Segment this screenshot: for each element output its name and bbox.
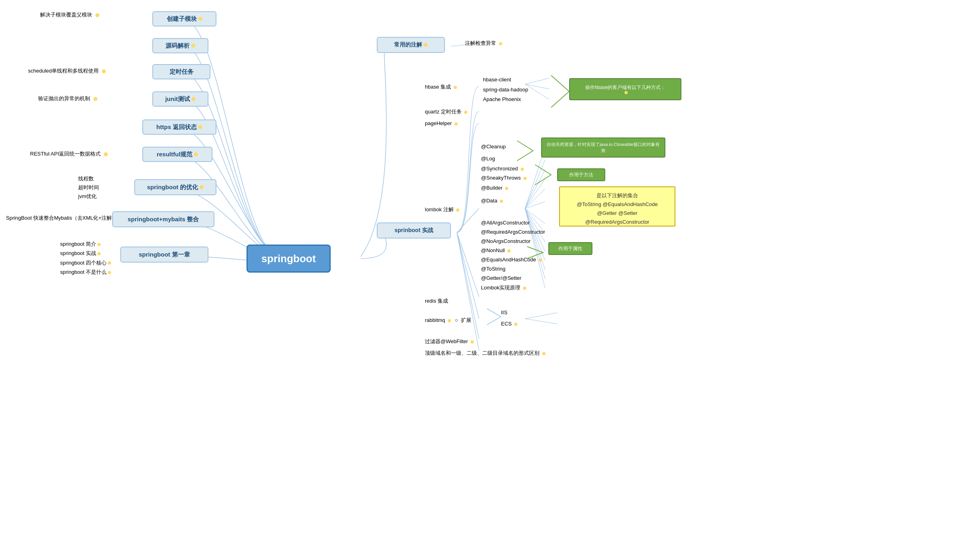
common-anno-node[interactable]: 常用的注解 — [377, 37, 445, 53]
rabbitmq-ecs: ECS — [501, 321, 517, 327]
pin-icon — [104, 152, 108, 156]
cleanup-note: 自动关闭资源，针对实现了java.io.Closeable接口的对象有效 — [541, 138, 665, 158]
junit-note: 验证抛出的异常的机制 — [38, 95, 97, 102]
pin-icon — [102, 69, 106, 73]
lombok-principle-item: Lombok实现原理 — [481, 284, 526, 291]
cleanup-bracket — [515, 139, 535, 163]
create-sub-note: 解决子模块覆盖父模块 — [40, 11, 99, 18]
chapter1-node[interactable]: springboot 第一章 — [120, 247, 208, 263]
rabbitmq-bracket — [485, 307, 503, 327]
pin-icon — [507, 249, 511, 253]
pin-icon — [108, 271, 111, 274]
data-note: 是以下注解的集合@ToString @EqualsAndHashCode@Get… — [559, 186, 675, 226]
requiredargsconstr-item: @RequiredArgsConstructor — [481, 229, 545, 235]
pin-icon — [514, 323, 517, 326]
pin-icon — [521, 168, 524, 171]
method-note: 作用于方法 — [557, 168, 605, 181]
scheduled-note: scheduled单线程和多线程使用 — [28, 67, 106, 75]
hbase-bracket — [549, 73, 571, 109]
pin-icon — [97, 252, 101, 255]
pin-icon — [454, 86, 457, 89]
create-sub-node[interactable]: 创建子模块 — [152, 11, 216, 26]
center-node: springboot — [247, 245, 331, 273]
optimize-subs: 线程数 超时时间 jvm优化 — [78, 174, 99, 201]
mybatis-node[interactable]: springboot+mybaits 整合 — [112, 211, 214, 227]
redis-node: redis 集成 — [425, 297, 448, 305]
builder-item: @Builder — [481, 185, 508, 191]
pin-icon — [471, 340, 474, 344]
pin-icon — [108, 261, 111, 265]
pin-icon — [198, 125, 202, 129]
pin-icon — [499, 42, 502, 45]
pin-icon — [191, 44, 195, 48]
nonnull-item: @NonNull — [481, 247, 511, 253]
pin-icon — [448, 319, 451, 322]
junit-node[interactable]: junit测试 — [152, 91, 208, 107]
pin-icon — [198, 17, 202, 21]
allargsconstr-item: @AllArgsConstructor — [481, 220, 530, 226]
rabbitmq-node: rabbitmq ○ 扩展 — [425, 317, 471, 324]
property-note: 作用于属性 — [548, 242, 592, 255]
data-item: @Data — [481, 198, 503, 204]
pin-icon — [542, 352, 546, 355]
resultful-node[interactable]: resultful规范 — [142, 147, 212, 162]
scheduled-node[interactable]: 定时任务 — [152, 64, 210, 79]
method-bracket — [533, 163, 553, 187]
pin-icon — [464, 111, 467, 114]
pin-icon — [424, 43, 428, 47]
https-node[interactable]: https 返回状态 — [142, 119, 216, 135]
pagehelper-node: pageHelper — [425, 120, 458, 126]
pin-icon — [624, 91, 628, 94]
source-parse-node[interactable]: 源码解析 — [152, 38, 208, 53]
pin-icon — [200, 185, 204, 189]
sprinboot-practice-node[interactable]: sprinboot 实战 — [377, 222, 451, 239]
domain-node: 顶级域名和一级、二级、二级目录域名的形式区别 — [425, 350, 546, 357]
pin-icon — [523, 177, 527, 180]
pin-icon — [505, 187, 508, 190]
optimize-node[interactable]: springboot 的优化 — [134, 179, 216, 195]
anno-check-exception: 注解检查异常 — [465, 40, 502, 47]
hbase-node: hbase 集成 — [425, 83, 457, 91]
hbase-note: 操作hbase的客户端有以下几种方式： — [569, 78, 681, 100]
quartz-node: quartz 定时任务 — [425, 108, 467, 115]
pin-icon — [456, 208, 459, 212]
pin-icon — [523, 287, 526, 290]
pin-icon — [539, 259, 542, 262]
lombok-node: lombok 注解 — [425, 206, 459, 213]
mindmap-canvas: springboot 解决子模块覆盖父模块 创建子模块 源码解析 schedul… — [0, 0, 980, 548]
restful-note: RESTful API返回统一数据格式 — [30, 150, 108, 158]
pin-icon — [97, 243, 101, 246]
noargsconstr-item: @NoArgsConstructor — [481, 238, 531, 244]
pin-icon — [455, 122, 458, 125]
pin-icon — [192, 97, 196, 101]
synchronized-item: @Synchronized — [481, 166, 524, 172]
sneakythrows-item: @SneakyThrows — [481, 175, 527, 181]
tostring-item: @ToString — [481, 266, 505, 272]
pin-icon — [93, 97, 97, 101]
chapter1-subs: springboot 简介 springboot 实战 springboot 四… — [60, 239, 111, 277]
pin-icon — [194, 152, 198, 156]
log-item: @Log — [481, 156, 495, 162]
hbase-items: hbase-client spring-data-hadoop Apache P… — [483, 75, 528, 105]
webfilter-node: 过滤器@WebFilter — [425, 338, 474, 345]
equalshashcode-item: @EqualsAndHashCode — [481, 257, 542, 263]
cleanup-item: @Cleanup — [481, 144, 506, 150]
center-label: springboot — [261, 253, 316, 265]
pin-icon — [500, 200, 503, 203]
pin-icon — [95, 13, 99, 17]
getter-setter-item: @Getter/@Setter — [481, 275, 521, 281]
